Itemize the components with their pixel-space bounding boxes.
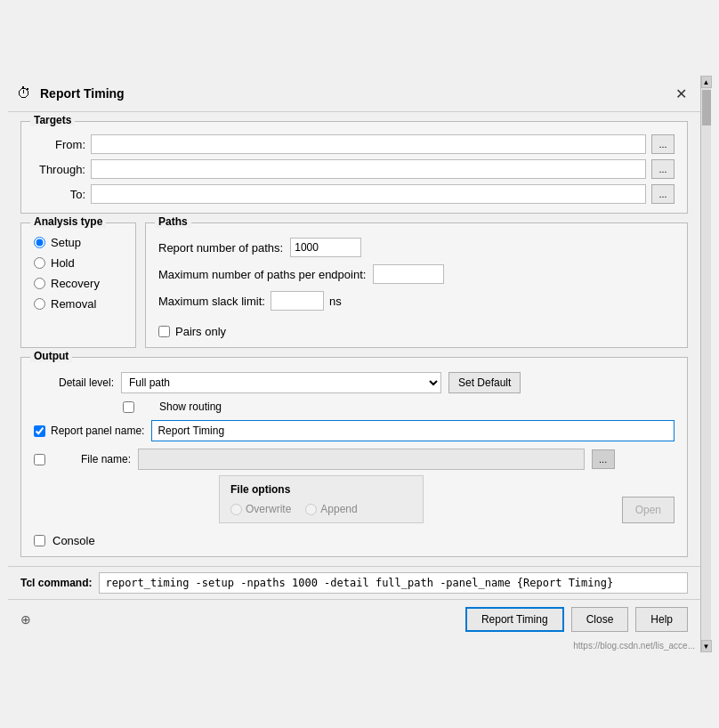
show-routing-checkbox[interactable] bbox=[123, 401, 134, 413]
dialog-title: Report Timing bbox=[40, 86, 125, 101]
to-browse-button[interactable]: ... bbox=[651, 184, 675, 204]
report-paths-input[interactable] bbox=[290, 238, 361, 257]
pin-icon: ⊕ bbox=[20, 612, 31, 627]
to-label: To: bbox=[32, 188, 85, 201]
max-slack-input[interactable] bbox=[271, 291, 324, 311]
file-browse-button[interactable]: ... bbox=[592, 449, 615, 469]
targets-section: Targets From: ... Through: ... To: ... bbox=[20, 121, 688, 214]
overwrite-radio-label: Overwrite bbox=[230, 503, 291, 515]
scroll-down-arrow[interactable]: ▼ bbox=[701, 640, 712, 652]
file-checkbox[interactable] bbox=[34, 454, 45, 465]
help-button[interactable]: Help bbox=[635, 607, 688, 632]
file-options-title: File options bbox=[230, 483, 412, 496]
file-label: File name: bbox=[51, 453, 131, 465]
report-panel-label: Report panel name: bbox=[51, 425, 144, 437]
bottom-bar: ⊕ Report Timing Close Help bbox=[8, 599, 700, 639]
from-browse-button[interactable]: ... bbox=[651, 134, 675, 154]
from-input[interactable] bbox=[91, 134, 646, 154]
through-label: Through: bbox=[32, 163, 85, 176]
console-checkbox[interactable] bbox=[34, 535, 45, 546]
targets-label: Targets bbox=[30, 114, 75, 126]
file-input[interactable] bbox=[138, 449, 585, 470]
setup-radio-item: Setup bbox=[34, 236, 123, 249]
detail-level-label: Detail level: bbox=[34, 376, 114, 389]
console-label: Console bbox=[53, 534, 95, 547]
analysis-type-label: Analysis type bbox=[30, 215, 106, 228]
setup-label: Setup bbox=[51, 236, 81, 249]
output-label: Output bbox=[30, 350, 72, 362]
tcl-input[interactable] bbox=[99, 572, 688, 594]
overwrite-radio[interactable] bbox=[230, 504, 242, 515]
setup-radio[interactable] bbox=[34, 237, 45, 248]
max-paths-input[interactable] bbox=[373, 264, 444, 284]
hold-radio-item: Hold bbox=[34, 256, 123, 270]
recovery-radio-item: Recovery bbox=[34, 277, 123, 290]
to-input[interactable] bbox=[91, 184, 646, 204]
tcl-label: Tcl command: bbox=[20, 577, 92, 589]
output-section: Output Detail level: Full path Summary S… bbox=[20, 357, 688, 557]
scroll-thumb[interactable] bbox=[702, 90, 711, 125]
open-button[interactable]: Open bbox=[622, 497, 675, 523]
hold-label: Hold bbox=[51, 256, 75, 270]
pairs-only-checkbox[interactable] bbox=[158, 326, 170, 337]
report-panel-input[interactable] bbox=[151, 420, 675, 441]
paths-label: Paths bbox=[155, 215, 191, 228]
paths-section: Paths Report number of paths: Maximum nu… bbox=[145, 222, 688, 348]
max-slack-label: Maximum slack limit: bbox=[158, 295, 265, 308]
pairs-only-label: Pairs only bbox=[175, 325, 226, 338]
removal-label: Removal bbox=[51, 297, 96, 311]
tcl-row: Tcl command: bbox=[8, 566, 700, 599]
removal-radio-item: Removal bbox=[34, 297, 123, 311]
through-browse-button[interactable]: ... bbox=[651, 159, 675, 179]
ns-label: ns bbox=[329, 295, 342, 308]
report-timing-button[interactable]: Report Timing bbox=[465, 607, 564, 632]
targets-grid: From: ... Through: ... To: ... bbox=[32, 134, 676, 204]
set-default-button[interactable]: Set Default bbox=[448, 372, 521, 393]
through-input[interactable] bbox=[91, 159, 646, 179]
removal-radio[interactable] bbox=[34, 298, 45, 310]
append-radio-label: Append bbox=[305, 503, 357, 515]
show-routing-label: Show routing bbox=[141, 400, 222, 413]
watermark: https://blog.csdn.net/lis_acce... bbox=[8, 639, 700, 652]
from-label: From: bbox=[32, 138, 85, 151]
max-paths-label: Maximum number of paths per endpoint: bbox=[158, 268, 366, 281]
append-radio[interactable] bbox=[305, 504, 317, 515]
detail-level-select[interactable]: Full path Summary Short bbox=[121, 372, 441, 393]
hold-radio[interactable] bbox=[34, 257, 45, 269]
scroll-up-arrow[interactable]: ▲ bbox=[701, 76, 712, 88]
recovery-radio[interactable] bbox=[34, 278, 45, 289]
analysis-type-section: Analysis type Setup Hold Recovery bbox=[20, 222, 136, 348]
scrollbar: ▲ ▼ bbox=[700, 76, 711, 652]
recovery-label: Recovery bbox=[51, 277, 100, 290]
report-paths-label: Report number of paths: bbox=[158, 241, 283, 255]
close-dialog-button[interactable]: Close bbox=[571, 607, 629, 632]
title-bar: ⏱ Report Timing ✕ bbox=[8, 76, 700, 112]
close-button[interactable]: ✕ bbox=[670, 83, 691, 104]
report-panel-checkbox[interactable] bbox=[34, 425, 45, 437]
analysis-type-group: Setup Hold Recovery Removal bbox=[34, 236, 123, 311]
app-icon: ⏱ bbox=[17, 85, 33, 101]
